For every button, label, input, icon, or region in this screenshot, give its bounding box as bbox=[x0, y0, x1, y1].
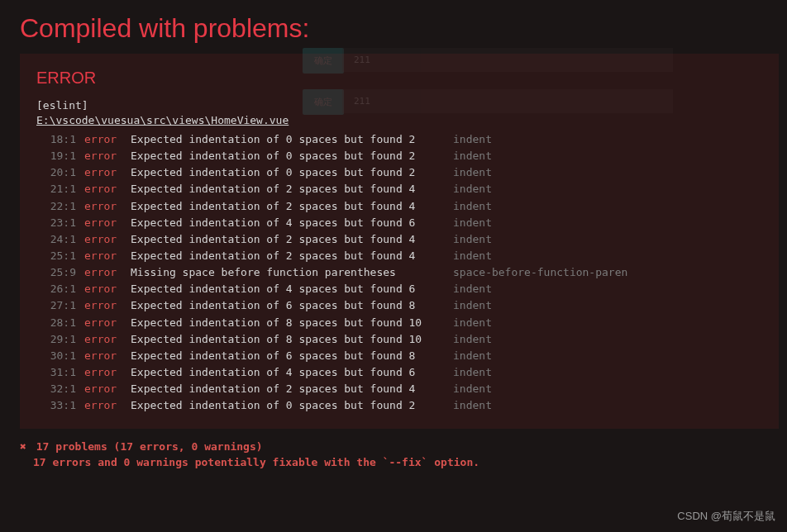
error-rule: indent bbox=[453, 164, 492, 181]
error-row: 31:1errorExpected indentation of 4 space… bbox=[36, 364, 762, 381]
error-message: Missing space before function parenthese… bbox=[131, 264, 453, 281]
watermark: CSDN @荀鼠不是鼠 bbox=[677, 509, 775, 524]
error-row: 23:1errorExpected indentation of 4 space… bbox=[36, 215, 762, 231]
error-row: 29:1errorExpected indentation of 8 space… bbox=[36, 331, 762, 348]
x-mark-icon: ✖ bbox=[20, 440, 26, 453]
error-level: error bbox=[84, 331, 131, 348]
error-location: 28:1 bbox=[36, 315, 84, 331]
error-row: 28:1errorExpected indentation of 8 space… bbox=[36, 315, 762, 331]
error-location: 21:1 bbox=[36, 181, 84, 197]
error-heading: ERROR bbox=[36, 69, 762, 88]
error-level: error bbox=[84, 315, 131, 331]
error-rule: indent bbox=[453, 148, 492, 164]
error-row: 27:1errorExpected indentation of 6 space… bbox=[36, 297, 762, 314]
error-level: error bbox=[84, 164, 131, 181]
error-location: 27:1 bbox=[36, 297, 84, 314]
error-location: 24:1 bbox=[36, 231, 84, 248]
error-rule: indent bbox=[453, 248, 492, 264]
error-level: error bbox=[84, 198, 131, 215]
error-row: 20:1errorExpected indentation of 0 space… bbox=[36, 164, 762, 181]
error-level: error bbox=[84, 148, 131, 164]
error-location: 25:9 bbox=[36, 264, 84, 281]
error-rule: space-before-function-paren bbox=[453, 264, 627, 281]
error-level: error bbox=[84, 381, 131, 397]
error-message: Expected indentation of 4 spaces but fou… bbox=[131, 281, 453, 297]
error-row: 18:1errorExpected indentation of 0 space… bbox=[36, 131, 762, 148]
error-message: Expected indentation of 0 spaces but fou… bbox=[131, 148, 453, 164]
error-message: Expected indentation of 0 spaces but fou… bbox=[131, 131, 453, 148]
error-message: Expected indentation of 2 spaces but fou… bbox=[131, 231, 453, 248]
error-location: 31:1 bbox=[36, 364, 84, 381]
error-message: Expected indentation of 2 spaces but fou… bbox=[131, 198, 453, 215]
error-rule: indent bbox=[453, 397, 492, 414]
error-level: error bbox=[84, 297, 131, 314]
error-message: Expected indentation of 6 spaces but fou… bbox=[131, 297, 453, 314]
error-location: 32:1 bbox=[36, 381, 84, 397]
error-level: error bbox=[84, 231, 131, 248]
error-rule: indent bbox=[453, 281, 492, 297]
error-level: error bbox=[84, 248, 131, 264]
error-rule: indent bbox=[453, 198, 492, 215]
error-rule: indent bbox=[453, 215, 492, 231]
error-row: 26:1errorExpected indentation of 4 space… bbox=[36, 281, 762, 297]
error-message: Expected indentation of 0 spaces but fou… bbox=[131, 397, 453, 414]
error-rule: indent bbox=[453, 381, 492, 397]
error-message: Expected indentation of 2 spaces but fou… bbox=[131, 381, 453, 397]
linter-name: [eslint] bbox=[36, 99, 762, 112]
error-location: 19:1 bbox=[36, 148, 84, 164]
error-location: 20:1 bbox=[36, 164, 84, 181]
summary-block: ✖ 17 problems (17 errors, 0 warnings) 17… bbox=[20, 440, 767, 468]
error-location: 26:1 bbox=[36, 281, 84, 297]
error-level: error bbox=[84, 215, 131, 231]
error-message: Expected indentation of 8 spaces but fou… bbox=[131, 315, 453, 331]
error-message: Expected indentation of 4 spaces but fou… bbox=[131, 364, 453, 381]
error-row: 33:1errorExpected indentation of 0 space… bbox=[36, 397, 762, 414]
error-message: Expected indentation of 6 spaces but fou… bbox=[131, 348, 453, 364]
file-path-link[interactable]: E:\vscode\vuesua\src\views\HomeView.vue bbox=[36, 114, 762, 126]
error-location: 29:1 bbox=[36, 331, 84, 348]
error-row: 19:1errorExpected indentation of 0 space… bbox=[36, 148, 762, 164]
error-message: Expected indentation of 2 spaces but fou… bbox=[131, 248, 453, 264]
error-row: 22:1errorExpected indentation of 2 space… bbox=[36, 198, 762, 215]
error-rule: indent bbox=[453, 331, 492, 348]
error-rule: indent bbox=[453, 131, 492, 148]
error-rule: indent bbox=[453, 348, 492, 364]
error-rule: indent bbox=[453, 231, 492, 248]
error-location: 25:1 bbox=[36, 248, 84, 264]
error-row: 32:1errorExpected indentation of 2 space… bbox=[36, 381, 762, 397]
error-rule: indent bbox=[453, 297, 492, 314]
error-level: error bbox=[84, 397, 131, 414]
error-location: 33:1 bbox=[36, 397, 84, 414]
error-row: 25:9errorMissing space before function p… bbox=[36, 264, 762, 281]
error-level: error bbox=[84, 181, 131, 197]
error-level: error bbox=[84, 364, 131, 381]
error-message: Expected indentation of 8 spaces but fou… bbox=[131, 331, 453, 348]
error-location: 22:1 bbox=[36, 198, 84, 215]
page-title: Compiled with problems: bbox=[0, 0, 787, 54]
error-row: 25:1errorExpected indentation of 2 space… bbox=[36, 248, 762, 264]
error-level: error bbox=[84, 131, 131, 148]
error-level: error bbox=[84, 281, 131, 297]
summary-fixable: 17 errors and 0 warnings potentially fix… bbox=[33, 456, 767, 468]
error-message: Expected indentation of 4 spaces but fou… bbox=[131, 215, 453, 231]
error-location: 30:1 bbox=[36, 348, 84, 364]
error-rule: indent bbox=[453, 364, 492, 381]
error-message: Expected indentation of 0 spaces but fou… bbox=[131, 164, 453, 181]
error-location: 23:1 bbox=[36, 215, 84, 231]
error-level: error bbox=[84, 264, 131, 281]
error-level: error bbox=[84, 348, 131, 364]
error-rule: indent bbox=[453, 315, 492, 331]
error-row: 24:1errorExpected indentation of 2 space… bbox=[36, 231, 762, 248]
error-row: 30:1errorExpected indentation of 6 space… bbox=[36, 348, 762, 364]
error-panel: ERROR [eslint] E:\vscode\vuesua\src\view… bbox=[20, 54, 779, 429]
summary-count: 17 problems (17 errors, 0 warnings) bbox=[36, 440, 263, 453]
error-message: Expected indentation of 2 spaces but fou… bbox=[131, 181, 453, 197]
error-location: 18:1 bbox=[36, 131, 84, 148]
error-list: 18:1errorExpected indentation of 0 space… bbox=[36, 131, 762, 414]
error-rule: indent bbox=[453, 181, 492, 197]
error-row: 21:1errorExpected indentation of 2 space… bbox=[36, 181, 762, 197]
